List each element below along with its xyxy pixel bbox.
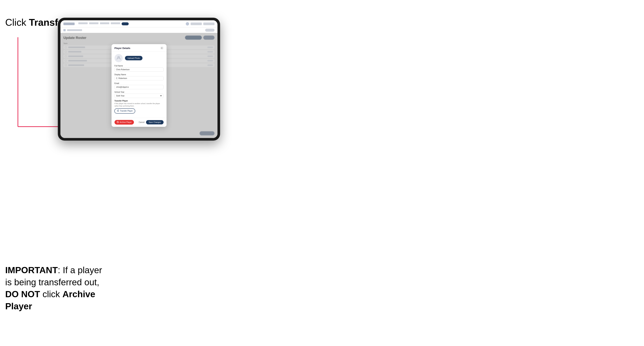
full-name-input[interactable] bbox=[114, 67, 164, 72]
app-nav bbox=[78, 22, 129, 25]
nav-schedule[interactable] bbox=[100, 22, 109, 24]
instruction-bottom: IMPORTANT: If a player is being transfer… bbox=[5, 264, 102, 313]
header-avatar bbox=[186, 22, 189, 25]
email-label: Email bbox=[114, 82, 164, 84]
email-field: Email bbox=[114, 82, 164, 89]
modal-overlay: Player Details ✕ bbox=[60, 33, 218, 138]
nav-athletes[interactable] bbox=[111, 22, 120, 24]
transfer-icon bbox=[117, 110, 119, 112]
school-year-field: School Year First Year Second Year Third… bbox=[114, 91, 164, 98]
school-year-label: School Year bbox=[114, 91, 164, 93]
cancel-button[interactable]: Cancel bbox=[139, 121, 144, 123]
archive-player-button[interactable]: Archive Player bbox=[114, 120, 134, 125]
transfer-player-label: Transfer Player bbox=[120, 110, 133, 112]
content-area: Update Roster Team bbox=[60, 33, 218, 138]
sub-header-icon bbox=[64, 29, 66, 31]
svg-line-5 bbox=[117, 121, 118, 123]
email-input[interactable] bbox=[114, 85, 164, 89]
display-name-input[interactable] bbox=[114, 76, 164, 80]
nav-clubhouse[interactable] bbox=[78, 22, 88, 24]
svg-point-3 bbox=[118, 56, 119, 58]
tablet-screen: Update Roster Team bbox=[60, 20, 218, 138]
app-logo bbox=[64, 22, 74, 25]
user-avatar-icon bbox=[116, 56, 121, 61]
avatar-row: Upload Photo bbox=[114, 54, 164, 62]
transfer-section-description: If this player has moved to another scho… bbox=[114, 102, 164, 107]
nav-team[interactable] bbox=[89, 22, 98, 24]
modal-title: Player Details bbox=[114, 47, 130, 49]
sub-header-action[interactable] bbox=[205, 29, 214, 32]
avatar-circle bbox=[114, 54, 123, 62]
header-settings-btn[interactable] bbox=[190, 22, 202, 25]
modal-close-button[interactable]: ✕ bbox=[160, 46, 164, 50]
sub-header-text bbox=[67, 29, 82, 31]
transfer-section-title: Transfer Player bbox=[114, 100, 164, 102]
display-name-label: Display Name bbox=[114, 74, 164, 76]
header-right bbox=[186, 22, 214, 25]
header-user-btn[interactable] bbox=[203, 22, 214, 25]
full-name-field: Full Name bbox=[114, 65, 164, 72]
school-year-select[interactable]: First Year Second Year Third Year Fourth… bbox=[114, 94, 164, 98]
modal-header: Player Details ✕ bbox=[112, 44, 166, 52]
archive-icon bbox=[117, 121, 119, 124]
display-name-field: Display Name bbox=[114, 74, 164, 80]
modal-body: Upload Photo Full Name Display Name bbox=[112, 52, 166, 118]
transfer-player-button[interactable]: Transfer Player bbox=[114, 109, 135, 113]
sub-header bbox=[60, 27, 218, 33]
app-header bbox=[60, 20, 218, 27]
upload-photo-button[interactable]: Upload Photo bbox=[125, 56, 143, 60]
save-changes-button[interactable]: Save Changes bbox=[146, 120, 164, 124]
archive-player-label: Archive Player bbox=[120, 121, 132, 123]
modal-footer: Archive Player Cancel Save Changes bbox=[112, 118, 166, 127]
tablet-device: Update Roster Team bbox=[58, 18, 220, 141]
full-name-label: Full Name bbox=[114, 65, 164, 67]
player-details-modal: Player Details ✕ bbox=[112, 44, 166, 127]
transfer-section: Transfer Player If this player has moved… bbox=[114, 100, 164, 113]
nav-more[interactable] bbox=[122, 22, 129, 25]
